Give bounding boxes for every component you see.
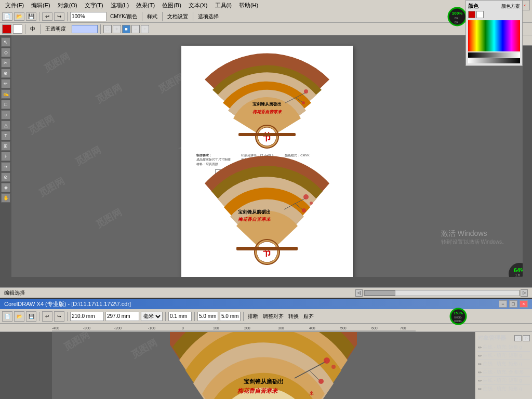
transparency-bar[interactable] xyxy=(72,25,98,33)
dropper-tool[interactable]: ⊘ xyxy=(1,172,10,182)
svg-text:-200: -200 xyxy=(114,326,122,330)
b-height-input[interactable] xyxy=(105,312,139,321)
b-new[interactable]: 📄 xyxy=(2,311,12,322)
rect-tool[interactable]: □ xyxy=(1,100,10,109)
scrollbar-h[interactable] xyxy=(364,290,520,296)
layer-item-5[interactable]: ✏ 曲线 - 填充: 矩形 g xyxy=(477,385,530,393)
shape-tool[interactable]: ◇ xyxy=(1,48,10,57)
sep1 xyxy=(39,12,39,21)
bottom-window: CorelDRAW X4 (专业版) - [D:\11.17\11.17\2\7… xyxy=(0,299,532,399)
parallel-tool[interactable]: ⊦ xyxy=(1,152,10,161)
layer-item-2[interactable]: ✏ 曲线 - 填充: 矩形 g xyxy=(477,360,530,368)
redo-btn[interactable]: ↪ xyxy=(54,12,64,21)
color-swatch-white[interactable] xyxy=(13,24,22,34)
zoom-input[interactable] xyxy=(70,12,107,21)
select-tool[interactable]: ↖ xyxy=(1,37,10,47)
grayscale-bar[interactable] xyxy=(468,58,520,63)
bottom-minimize[interactable]: − xyxy=(499,300,507,308)
b-sep5 xyxy=(243,312,244,321)
layer-item-3[interactable]: ✏ 曲线 - 填充: 合 矩形 xyxy=(477,368,530,377)
watermark-1: 觅图网 xyxy=(42,50,72,75)
bottom-right-panel: 对象管理器 ◁ ▷ ✏ 曲线 - 填充: 矩形 g ✏ 曲线 - 填充: 矩形 … xyxy=(475,332,532,399)
canvas-paper: 节 宝剑锋从磨砺出 梅花香自苦寒来 制作要求： xyxy=(181,46,353,277)
panel-btn-2[interactable]: ▷ xyxy=(523,335,530,341)
b-redo[interactable]: ↪ xyxy=(54,311,64,322)
canvas-area[interactable]: 觅图网 觅图网 觅图网 觅图网 觅图网 觅图网 觅图网 觅图网 xyxy=(11,35,523,277)
open-btn[interactable]: 📂 xyxy=(14,12,24,21)
svg-text:宝剑锋从磨砺出: 宝剑锋从磨砺出 xyxy=(244,378,284,384)
color-panel-header: 颜色 颜色方案 xyxy=(468,3,520,10)
b-unit-select[interactable]: 毫米 xyxy=(141,312,163,321)
icon-btn-4[interactable]: − xyxy=(131,25,140,33)
hand-tool[interactable]: ✋ xyxy=(1,193,10,203)
fill-tool[interactable]: ◈ xyxy=(1,183,10,192)
layer-item-4[interactable]: ✏ 曲线 - 填充: 矩形 g xyxy=(477,377,530,385)
menu-options[interactable]: 选项(L) xyxy=(108,1,132,10)
transparency-label: 王透明度 xyxy=(45,25,66,33)
table-tool[interactable]: ⊞ xyxy=(1,141,10,151)
menu-text[interactable]: 文字(T) xyxy=(82,1,107,10)
color-bar[interactable] xyxy=(468,52,520,58)
svg-text:梅花香自苦寒来: 梅花香自苦寒来 xyxy=(252,109,282,114)
menu-object[interactable]: 对象(O) xyxy=(55,1,81,10)
zoom-tool[interactable]: ⊕ xyxy=(1,69,10,78)
svg-text:400: 400 xyxy=(309,326,315,330)
undo-btn[interactable]: ↩ xyxy=(42,12,52,21)
color-panel-subtitle: 颜色方案 xyxy=(501,3,520,10)
menu-edit[interactable]: 编辑(E) xyxy=(28,1,54,10)
scroll-right[interactable]: ▷ xyxy=(521,289,528,297)
menu-file[interactable]: 文件(F) xyxy=(2,1,27,10)
icon-btn-1[interactable]: ⬡ xyxy=(103,25,112,33)
color-spectrum[interactable] xyxy=(468,20,520,51)
icon-btn-3[interactable]: ■ xyxy=(122,25,130,33)
icon-btn-5[interactable]: + xyxy=(141,25,149,33)
smartdraw-tool[interactable]: ✍ xyxy=(1,89,10,99)
svg-text:-100: -100 xyxy=(148,326,155,330)
svg-point-51 xyxy=(331,365,336,369)
b-step-input[interactable] xyxy=(168,312,192,321)
crop-tool[interactable]: ✂ xyxy=(1,58,10,68)
ellipse-tool[interactable]: ○ xyxy=(1,110,10,119)
watermark-6: 觅图网 xyxy=(94,206,124,231)
b-nudge2-input[interactable] xyxy=(220,312,241,321)
b-save[interactable]: 💾 xyxy=(26,311,36,322)
bottom-fan: 宝剑锋从磨砺出 梅花香自苦寒来 来 xyxy=(170,332,357,399)
menu-textmenu[interactable]: 文本(X) xyxy=(185,1,211,10)
connector-tool[interactable]: ⊸ xyxy=(1,162,10,171)
svg-text:梅花香自苦寒来: 梅花香自苦寒来 xyxy=(237,217,271,222)
new-btn[interactable]: 📄 xyxy=(2,12,12,21)
panel-swatch-white[interactable] xyxy=(476,11,484,18)
color-mode-label: CMYK/颜色 xyxy=(110,13,137,20)
icon-btn-2[interactable]: ✦ xyxy=(113,25,121,33)
svg-text:300: 300 xyxy=(278,326,284,330)
bottom-maximize[interactable]: □ xyxy=(509,300,517,308)
sep8 xyxy=(100,24,101,34)
bottom-canvas[interactable]: 觅图网 觅图网 xyxy=(52,332,475,399)
bottom-close[interactable]: × xyxy=(520,300,528,308)
b-nudge1-input[interactable] xyxy=(197,312,218,321)
b-snap-label: 贴齐 xyxy=(302,313,315,320)
panel-btn-1[interactable]: ◁ xyxy=(514,335,522,341)
panel-swatch-red[interactable] xyxy=(468,11,475,18)
sep7 xyxy=(40,24,41,34)
b-open[interactable]: 📂 xyxy=(14,311,24,322)
watermark-5: 觅图网 xyxy=(36,175,67,200)
menu-help[interactable]: 帮助(H) xyxy=(236,1,261,10)
layer-item-0[interactable]: ✏ 曲线 - 填充: 矩形 g xyxy=(477,343,530,352)
menu-effects[interactable]: 效果(T) xyxy=(133,1,158,10)
scrollbar-thumb[interactable] xyxy=(364,290,395,296)
save-btn[interactable]: 💾 xyxy=(26,12,36,21)
b-watermark-1: 觅图网 xyxy=(61,332,92,353)
b-undo[interactable]: ↩ xyxy=(42,311,52,322)
b-width-input[interactable] xyxy=(70,312,104,321)
freehand-tool[interactable]: ✏ xyxy=(1,79,10,88)
layer-item-1[interactable]: ✏ 曲线 - 填充: 矩形 g xyxy=(477,352,530,360)
color-swatch-red[interactable] xyxy=(2,24,11,34)
polygon-tool[interactable]: △ xyxy=(1,121,10,130)
sep4 xyxy=(162,12,163,21)
menu-tools[interactable]: 工具(I) xyxy=(212,1,235,10)
menu-bitmap[interactable]: 位图(B) xyxy=(159,1,184,10)
text-tool[interactable]: T xyxy=(1,131,10,140)
svg-text:0: 0 xyxy=(182,326,184,330)
scroll-left[interactable]: ◁ xyxy=(355,289,363,297)
